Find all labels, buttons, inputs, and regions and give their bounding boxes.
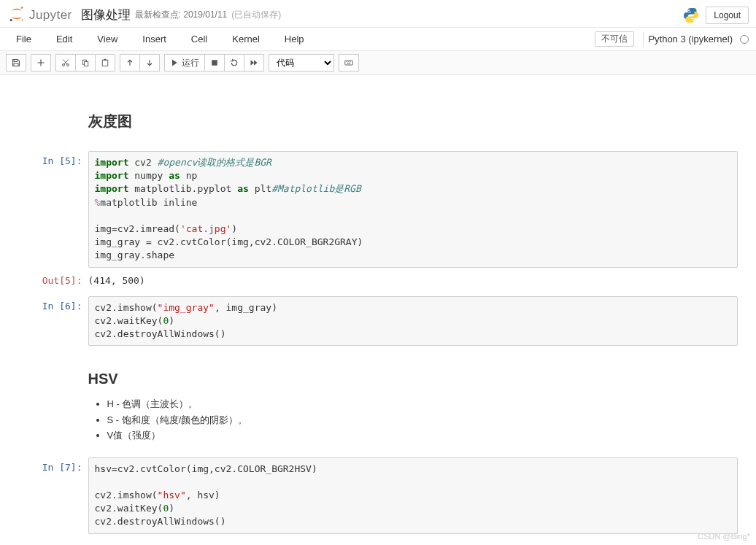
list-item: H - 色调（主波长）。 <box>107 397 738 411</box>
code-input[interactable]: import cv2 #opencv读取的格式是BGR import numpy… <box>88 151 738 268</box>
md-heading-grayscale: 灰度图 <box>88 110 738 132</box>
copy-button[interactable] <box>76 54 96 71</box>
input-prompt: In [5]: <box>19 151 88 268</box>
menu-cell[interactable]: Cell <box>190 29 209 49</box>
jupyter-wordmark: Jupyter <box>29 8 72 23</box>
python-logo-icon <box>682 7 700 24</box>
save-button[interactable] <box>6 54 26 71</box>
output-cell: Out[5]: (414, 500) <box>12 269 745 295</box>
cut-button[interactable] <box>55 54 76 71</box>
cut-icon <box>61 58 70 67</box>
toolbar: 运行 代码 <box>0 51 756 75</box>
save-icon <box>12 58 20 67</box>
svg-point-1 <box>10 19 12 21</box>
insert-cell-button[interactable] <box>31 54 51 71</box>
trust-badge[interactable]: 不可信 <box>595 31 634 47</box>
autosave-status: (已自动保存) <box>231 9 281 21</box>
run-label: 运行 <box>182 57 199 69</box>
code-cell[interactable]: In [6]: cv2.imshow("img_gray", img_gray)… <box>12 295 745 348</box>
arrow-up-icon <box>126 58 134 67</box>
input-prompt: In [7]: <box>19 457 88 534</box>
menu-items: File Edit View Insert Cell Kernel Help <box>7 29 306 49</box>
menu-help[interactable]: Help <box>283 29 306 49</box>
run-button[interactable]: 运行 <box>164 54 205 71</box>
list-item: V值（强度） <box>107 428 738 443</box>
menubar: File Edit View Insert Cell Kernel Help 不… <box>0 28 756 51</box>
svg-point-2 <box>22 19 23 20</box>
code-cell[interactable]: In [7]: hsv=cv2.cvtColor(img,cv2.COLOR_B… <box>12 456 745 536</box>
markdown-cell[interactable]: 灰度图 <box>12 90 745 150</box>
menu-edit[interactable]: Edit <box>55 29 74 49</box>
svg-rect-9 <box>102 60 108 66</box>
logout-button[interactable]: Logout <box>706 7 749 24</box>
svg-point-0 <box>21 7 23 9</box>
kernel-idle-icon <box>740 35 749 44</box>
cell-type-select[interactable]: 代码 <box>269 54 334 71</box>
hsv-list: H - 色调（主波长）。 S - 饱和度（纯度/颜色的阴影）。 V值（强度） <box>88 397 738 443</box>
svg-rect-8 <box>85 62 88 66</box>
svg-rect-11 <box>212 60 217 66</box>
list-item: S - 饱和度（纯度/颜色的阴影）。 <box>107 413 738 428</box>
notebook-container: 灰度图 In [5]: import cv2 #opencv读取的格式是BGR … <box>12 75 745 545</box>
menu-view[interactable]: View <box>96 29 119 49</box>
kernel-name[interactable]: Python 3 (ipykernel) <box>648 34 737 45</box>
markdown-cell[interactable]: 图像阈值 ret, dst = cv2.threshold(src, thres… <box>12 536 745 546</box>
svg-point-3 <box>688 9 690 11</box>
move-up-button[interactable] <box>120 54 140 71</box>
menu-file[interactable]: File <box>15 29 33 49</box>
svg-rect-10 <box>104 59 107 61</box>
code-cell[interactable]: In [5]: import cv2 #opencv读取的格式是BGR impo… <box>12 150 745 269</box>
command-palette-button[interactable] <box>339 54 359 71</box>
header: Jupyter 图像处理 最新检查点: 2019/01/11 (已自动保存) L… <box>0 0 756 28</box>
jupyter-brand[interactable]: Jupyter <box>7 4 72 26</box>
output-prompt: Out[5]: <box>19 271 88 293</box>
menu-insert[interactable]: Insert <box>141 29 168 49</box>
fast-forward-icon <box>250 58 258 67</box>
restart-button[interactable] <box>225 54 244 71</box>
md-heading-hsv: HSV <box>88 368 738 390</box>
restart-run-all-button[interactable] <box>244 54 264 71</box>
move-down-button[interactable] <box>140 54 160 71</box>
code-input[interactable]: hsv=cv2.cvtColor(img,cv2.COLOR_BGR2HSV) … <box>88 457 738 534</box>
plus-icon <box>36 58 45 67</box>
markdown-cell[interactable]: HSV H - 色调（主波长）。 S - 饱和度（纯度/颜色的阴影）。 V值（强… <box>12 347 745 456</box>
svg-point-4 <box>693 20 694 21</box>
output-text: (414, 500) <box>88 271 738 293</box>
notebook-name[interactable]: 图像处理 <box>81 7 131 23</box>
copy-icon <box>81 58 90 67</box>
play-icon <box>170 58 179 67</box>
checkpoint-status: 最新检查点: 2019/01/11 <box>135 9 228 21</box>
stop-icon <box>210 58 219 67</box>
interrupt-button[interactable] <box>205 54 225 71</box>
paste-icon <box>101 58 109 67</box>
paste-button[interactable] <box>96 54 115 71</box>
keyboard-icon <box>344 58 353 67</box>
jupyter-logo-icon <box>7 4 26 26</box>
restart-icon <box>230 58 239 67</box>
kernel-separator <box>643 32 644 47</box>
menu-kernel[interactable]: Kernel <box>231 29 261 49</box>
input-prompt: In [6]: <box>19 296 88 347</box>
arrow-down-icon <box>145 58 154 67</box>
code-input[interactable]: cv2.imshow("img_gray", img_gray) cv2.wai… <box>88 296 738 347</box>
